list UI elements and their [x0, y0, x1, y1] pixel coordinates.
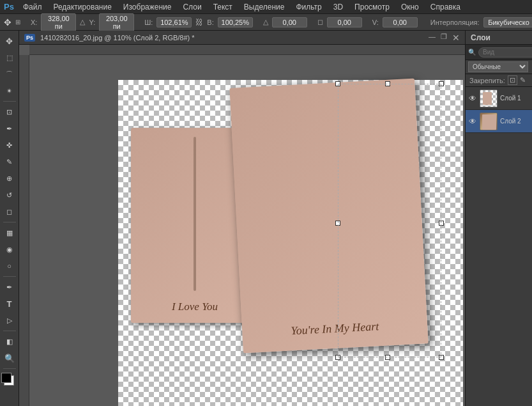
ps-tab-logo: Ps [24, 34, 35, 42]
interp-label: Интерполяция: [430, 19, 480, 26]
tool-brush[interactable]: ✎ [2, 154, 17, 169]
tool-healing[interactable]: ✜ [2, 137, 17, 153]
doc-tab: Ps 1410282016_20.jpg @ 110% (Слой 2, RGB… [19, 31, 465, 45]
menu-3d[interactable]: 3D [328, 1, 348, 13]
transform-handle-tr[interactable] [439, 81, 444, 86]
canvas-area: I Love You [19, 45, 465, 406]
layer-1-name: Слой 1 [500, 95, 521, 102]
photo-foliage [332, 277, 334, 310]
lock-row: Закрепить: ⊡ ✎ [466, 74, 532, 87]
menu-bar: Ps Файл Редактирование Изображение Слои … [0, 0, 532, 14]
left-toolbar: ✥ ⬚ ⌒ ✴ ⊡ ✒ ✜ ✎ ⊕ ↺ ◻ ▦ ◉ ○ ✒ T ▷ ◧ 🔍 [0, 31, 19, 406]
color-swatches[interactable] [1, 373, 18, 389]
menu-text[interactable]: Текст [208, 1, 238, 13]
tool-zoom[interactable]: 🔍 [2, 350, 17, 366]
tool-eraser[interactable]: ◻ [2, 204, 17, 219]
ruler-vertical [19, 55, 29, 406]
layer-item-2[interactable]: 👁 Слой 2 [466, 110, 532, 133]
doc-area: Ps 1410282016_20.jpg @ 110% (Слой 2, RGB… [19, 31, 465, 406]
tool-lasso[interactable]: ⌒ [2, 66, 17, 82]
menu-edit[interactable]: Редактирование [48, 1, 116, 13]
tool-history-brush[interactable]: ↺ [2, 187, 17, 203]
lock-label: Закрепить: [469, 77, 505, 84]
transform-handle-mr[interactable] [439, 221, 444, 226]
layer-item-1[interactable]: 👁 Слой 1 [466, 87, 532, 110]
menu-file[interactable]: Файл [18, 1, 47, 13]
link-icon[interactable]: ⛓ [195, 18, 203, 27]
tool-shape[interactable]: ◧ [2, 334, 17, 349]
restore-button[interactable]: ❐ [441, 33, 447, 43]
menu-view[interactable]: Просмотр [349, 1, 395, 13]
close-button[interactable]: ✕ [452, 33, 460, 43]
transform-handle-tl[interactable] [335, 81, 340, 86]
angle-icon-1: △ [80, 18, 85, 26]
menu-select[interactable]: Выделение [239, 1, 290, 13]
transform-handle-br[interactable] [439, 355, 444, 360]
skew-v-value[interactable]: 0,00 [383, 17, 418, 27]
frame1-text: I Love You [172, 301, 218, 313]
x-label: X: [31, 19, 37, 26]
tool-crop[interactable]: ⊡ [2, 104, 17, 120]
tool-magic-wand[interactable]: ✴ [2, 83, 17, 98]
search-icon: 🔍 [468, 49, 476, 56]
tool-text[interactable]: T [2, 296, 17, 311]
frame2-photo [323, 90, 334, 310]
layers-title: Слои [471, 33, 490, 42]
transform-handle-ml[interactable] [335, 221, 340, 226]
menu-help[interactable]: Справка [425, 1, 466, 13]
layers-search-row: 🔍 ▾ [466, 45, 532, 60]
tool-move[interactable]: ✥ [2, 33, 17, 49]
x-value[interactable]: 328,00 пи [41, 13, 76, 31]
menu-image[interactable]: Изображение [118, 1, 177, 13]
tool-eyedropper[interactable]: ✒ [2, 121, 17, 136]
tool-pen[interactable]: ✒ [2, 279, 17, 295]
move-tool-icon: ✥ [4, 17, 11, 27]
lock-transparent-icon[interactable]: ⊡ [508, 75, 517, 85]
layer-2-name: Слой 2 [500, 118, 521, 125]
angle-icon-2: △ [263, 18, 268, 26]
tool-marquee[interactable]: ⬚ [2, 50, 17, 65]
transform-handle-tm[interactable] [385, 81, 390, 86]
photo-person1 [325, 144, 334, 309]
blend-mode-select[interactable]: Обычные [468, 61, 528, 72]
photo-person2 [326, 160, 333, 310]
frame2-caption-area: You're In My Heart [290, 308, 380, 350]
layers-search-input[interactable] [478, 47, 532, 58]
canvas-container[interactable]: I Love You [118, 80, 463, 406]
tool-dodge[interactable]: ○ [2, 258, 17, 274]
transform-handle-bm[interactable] [385, 355, 390, 360]
frame1-caption-area: I Love You [172, 291, 218, 323]
interp-value[interactable]: Бикубическо [483, 17, 532, 27]
ruler-horizontal [29, 45, 465, 55]
tool-path-select[interactable]: ▷ [2, 313, 17, 328]
photo-flowers [331, 255, 333, 299]
tool-gradient[interactable]: ▦ [2, 225, 17, 240]
skew-icon: ◻ [317, 18, 323, 26]
layer-1-thumbnail [480, 90, 498, 107]
angle-value[interactable]: 0,00 [272, 17, 307, 27]
layer-1-visibility[interactable]: 👁 [468, 94, 477, 103]
tool-stamp[interactable]: ⊕ [2, 171, 17, 186]
photo-bg [323, 90, 334, 310]
menu-filter[interactable]: Фильтр [291, 1, 326, 13]
transform-handle-bl[interactable] [335, 355, 340, 360]
tool-blur[interactable]: ◉ [2, 242, 17, 257]
skew-h-value[interactable]: 0,00 [327, 17, 362, 27]
menu-layers[interactable]: Слои [178, 1, 206, 13]
layer-2-visibility[interactable]: 👁 [468, 117, 477, 126]
layers-panel-header: Слои [466, 31, 532, 45]
layers-panel: Слои 🔍 ▾ Обычные Закрепить: ⊡ ✎ 👁 Слой 1 [465, 31, 532, 406]
menu-window[interactable]: Окно [396, 1, 424, 13]
blend-mode-row: Обычные [466, 60, 532, 74]
options-bar: ✥ ⊞ X: 328,00 пи △ Y: 203,00 пи Ш: 102,6… [0, 14, 532, 31]
minimize-button[interactable]: — [429, 33, 436, 43]
ps-app-icon: Ps [4, 2, 14, 12]
main-layout: ✥ ⬚ ⌒ ✴ ⊡ ✒ ✜ ✎ ⊕ ↺ ◻ ▦ ◉ ○ ✒ T ▷ ◧ 🔍 Ps [0, 31, 532, 406]
layer-2-thumbnail [480, 113, 498, 130]
w-value[interactable]: 102,61% [156, 17, 192, 27]
frame1-photo-area [194, 137, 196, 291]
h-value[interactable]: 100,25% [218, 17, 253, 27]
lock-pixels-icon[interactable]: ✎ [520, 76, 526, 84]
frame2-text: You're In My Heart [291, 320, 379, 338]
y-value[interactable]: 203,00 пи [99, 13, 134, 31]
